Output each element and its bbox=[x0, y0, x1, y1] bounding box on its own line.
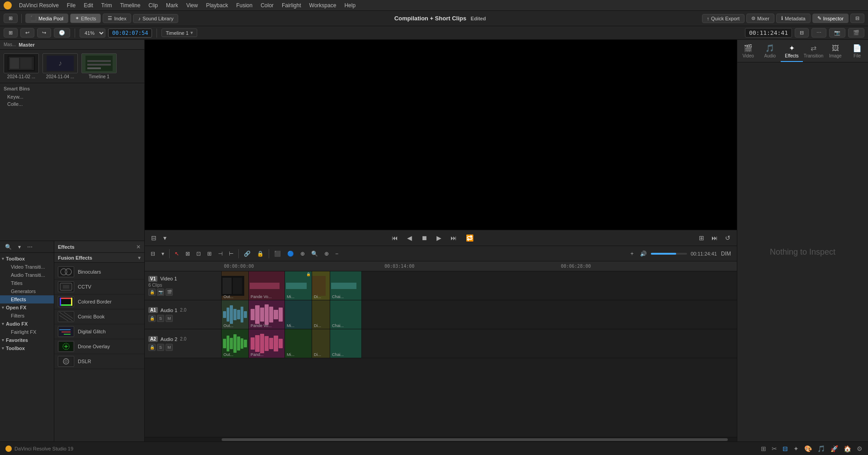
btn-prev-frame[interactable]: ◀ bbox=[404, 233, 415, 243]
menu-davinci[interactable]: DaVinci Resolve bbox=[15, 1, 62, 9]
tl-dim-btn[interactable]: DIM bbox=[719, 249, 733, 258]
inspector-tab-audio[interactable]: 🎵 Audio bbox=[759, 42, 781, 62]
smart-bin-collections[interactable]: Colle... bbox=[4, 100, 141, 108]
tl-zoom-in-btn[interactable]: ⊕ bbox=[322, 249, 331, 258]
bottom-home-icon[interactable]: 🏠 bbox=[844, 445, 851, 452]
inspector-tab-file[interactable]: 📄 File bbox=[846, 42, 868, 62]
track-lock-a2[interactable]: 🔒 bbox=[148, 344, 156, 351]
media-clip-2[interactable]: ♪ 2024-11-04 ... bbox=[43, 53, 78, 79]
bottom-fusion-icon[interactable]: ✦ bbox=[793, 445, 799, 452]
bottom-deliver-icon[interactable]: 🚀 bbox=[830, 445, 838, 452]
volume-slider[interactable] bbox=[651, 253, 687, 255]
menu-view[interactable]: View bbox=[183, 1, 202, 9]
track-cam-v1[interactable]: 📷 bbox=[157, 289, 164, 296]
clip-a1-3[interactable]: Di... bbox=[312, 300, 330, 329]
menu-workspace[interactable]: Workspace bbox=[306, 1, 340, 9]
effects-btn[interactable]: ✦ Effects bbox=[70, 14, 101, 23]
effects-search-btn[interactable]: 🔍 bbox=[3, 242, 14, 251]
menu-edit[interactable]: Edit bbox=[80, 1, 97, 9]
tree-openfx[interactable]: ▾ Open FX bbox=[0, 303, 54, 312]
tree-favorites[interactable]: ▾ Favorites bbox=[0, 336, 54, 344]
menu-timeline[interactable]: Timeline bbox=[116, 1, 144, 9]
tl-zoom-out-btn[interactable]: 🔍 bbox=[309, 249, 320, 258]
inspector-btn[interactable]: ✎ Inspector bbox=[812, 14, 849, 23]
tl-slip-btn[interactable]: ⊣ bbox=[216, 249, 225, 258]
menu-clip[interactable]: Clip bbox=[145, 1, 161, 9]
tree-toolbox[interactable]: ▾ Toolbox bbox=[0, 255, 54, 263]
timecode-left[interactable]: 00:02:07:54 bbox=[108, 28, 152, 38]
tl-blade-btn[interactable]: ⊞ bbox=[205, 249, 214, 258]
menu-fairlight[interactable]: Fairlight bbox=[278, 1, 305, 9]
media-pool-btn[interactable]: ⬛ Media Pool bbox=[25, 14, 68, 23]
mixer-btn[interactable]: ⊜ Mixer bbox=[746, 14, 774, 23]
bottom-fairlight-icon[interactable]: 🎵 bbox=[817, 445, 825, 452]
bottom-cut-icon[interactable]: ✂ bbox=[772, 445, 777, 452]
tl-dropdown-btn[interactable]: ▾ bbox=[159, 249, 166, 258]
loop-btn[interactable]: ↺ bbox=[722, 233, 733, 243]
tree-filters[interactable]: Filters bbox=[0, 312, 54, 320]
zoom-select[interactable]: 41% bbox=[80, 28, 105, 38]
media-clip-3[interactable]: Timeline 1 bbox=[81, 53, 117, 79]
more-btn[interactable]: ⋯ bbox=[811, 28, 826, 38]
timeline-scrollbar[interactable] bbox=[145, 437, 737, 441]
sound-library-btn[interactable]: ♪ Sound Library bbox=[133, 14, 178, 23]
track-lock-v1[interactable]: 🔒 bbox=[148, 289, 156, 296]
clip-a1-4[interactable]: Chai... bbox=[330, 300, 362, 329]
history-btn[interactable]: 🕐 bbox=[54, 28, 70, 38]
tl-dynamic-btn[interactable]: ⊡ bbox=[194, 249, 203, 258]
clip-a2-3[interactable]: Di... bbox=[312, 329, 330, 358]
menu-file[interactable]: File bbox=[63, 1, 79, 9]
effect-digital-glitch[interactable]: Digital Glitch bbox=[54, 324, 144, 339]
monitor-btn[interactable]: ⊟ bbox=[795, 28, 809, 38]
tl-minus-btn[interactable]: − bbox=[333, 249, 341, 258]
btn-next-clip[interactable]: ⏭ bbox=[448, 233, 460, 243]
tree-toolbox2[interactable]: ▾ Toolbox bbox=[0, 344, 54, 352]
effect-dslr[interactable]: DSLR bbox=[54, 354, 144, 369]
clip-a2-2[interactable]: Mi... bbox=[285, 329, 312, 358]
clip-a1-2[interactable]: Mi... bbox=[285, 300, 312, 329]
menu-fusion[interactable]: Fusion bbox=[232, 1, 256, 9]
tree-generators[interactable]: Generators bbox=[0, 287, 54, 295]
film-btn[interactable]: 🎬 bbox=[848, 28, 864, 38]
fusion-effects-toggle[interactable]: ▾ bbox=[138, 255, 141, 261]
index-btn[interactable]: ☰ Index bbox=[103, 14, 131, 23]
clip-v1-4[interactable]: Chai... bbox=[330, 271, 362, 300]
track-s-a1[interactable]: S bbox=[157, 315, 164, 322]
btn-loop[interactable]: 🔁 bbox=[463, 233, 476, 243]
tree-audio-transitions[interactable]: Audio Transiti... bbox=[0, 271, 54, 279]
menu-mark[interactable]: Mark bbox=[162, 1, 182, 9]
track-s-a2[interactable]: S bbox=[157, 344, 164, 351]
timeline-selector[interactable]: Timeline 1 ▾ bbox=[161, 28, 197, 37]
tree-audiofx[interactable]: ▾ Audio FX bbox=[0, 320, 54, 328]
clip-a2-4[interactable]: Chai... bbox=[330, 329, 362, 358]
btn-prev-clip[interactable]: ⏮ bbox=[389, 233, 401, 243]
tl-lock-btn[interactable]: 🔒 bbox=[255, 249, 266, 258]
inspector-tab-image[interactable]: 🖼 Image bbox=[825, 43, 846, 62]
clip-v1-1[interactable]: Pande Vo... bbox=[249, 271, 285, 300]
bottom-color-icon[interactable]: 🎨 bbox=[804, 445, 812, 452]
clip-a2-1[interactable]: Pand... bbox=[249, 329, 285, 358]
view-mode-toggle[interactable]: ⊟ bbox=[148, 233, 159, 243]
effects-options-btn[interactable]: ⋯ bbox=[25, 242, 35, 251]
menu-help[interactable]: Help bbox=[341, 1, 359, 9]
inspector-tab-effects[interactable]: ✦ Effects bbox=[781, 42, 802, 62]
tl-select-btn[interactable]: ↖ bbox=[172, 249, 181, 258]
bottom-settings-icon[interactable]: ⚙ bbox=[857, 445, 863, 452]
tl-blue-btn[interactable]: 🔵 bbox=[285, 249, 296, 258]
redo-btn[interactable]: ↪ bbox=[37, 28, 51, 38]
clip-v1-0[interactable]: Out... bbox=[222, 271, 249, 300]
menu-trim[interactable]: Trim bbox=[98, 1, 116, 9]
workspace-icon-btn[interactable]: ⊞ bbox=[4, 14, 18, 23]
volume-icon-btn[interactable]: 🔊 bbox=[638, 249, 649, 258]
scrollbar-thumb[interactable] bbox=[222, 438, 728, 441]
inspector-tab-transition[interactable]: ⇄ Transition bbox=[803, 42, 825, 62]
panel-icon-btn[interactable]: ⊟ bbox=[850, 14, 864, 23]
tl-snap-btn[interactable]: ⊕ bbox=[298, 249, 307, 258]
media-clip-1[interactable]: 2024-11-02 ... bbox=[4, 53, 39, 79]
effect-colored-border[interactable]: Colored Border bbox=[54, 294, 144, 309]
skip-end-btn[interactable]: ⏭ bbox=[709, 233, 721, 243]
tl-mode-btn[interactable]: ⊟ bbox=[148, 249, 157, 258]
effects-list-close-btn[interactable]: ✕ bbox=[136, 244, 141, 250]
effect-comic-book[interactable]: Comic Book bbox=[54, 309, 144, 324]
tl-color-btn[interactable]: ⬛ bbox=[272, 249, 283, 258]
